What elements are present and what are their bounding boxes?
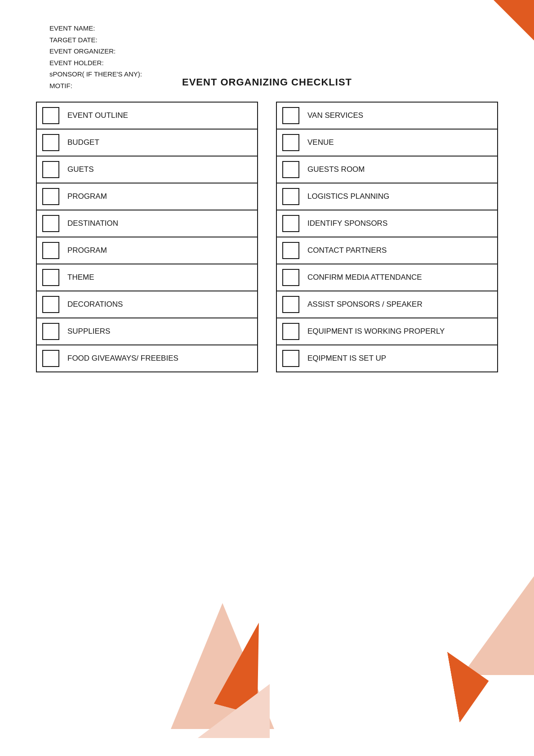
checkbox[interactable] bbox=[282, 134, 299, 151]
checkbox[interactable] bbox=[42, 215, 59, 232]
list-item: PROGRAM bbox=[37, 183, 257, 210]
checkbox[interactable] bbox=[42, 107, 59, 124]
item-label: VENUE bbox=[307, 138, 334, 148]
list-item: EQIPMENT IS SET UP bbox=[277, 344, 497, 372]
item-label: CONTACT PARTNERS bbox=[307, 246, 387, 255]
list-item: DECORATIONS bbox=[37, 291, 257, 318]
item-label: EQUIPMENT IS WORKING PROPERLY bbox=[307, 327, 445, 336]
checkbox[interactable] bbox=[42, 350, 59, 367]
list-item: ASSIST SPONSORS / SPEAKER bbox=[277, 291, 497, 318]
checkbox[interactable] bbox=[42, 242, 59, 259]
header-info-section: EVENT NAME:TARGET DATE:EVENT ORGANIZER:E… bbox=[49, 22, 142, 91]
header-field: EVENT ORGANIZER: bbox=[49, 45, 142, 57]
header-field: sPONSOR( IF THERE'S ANY): bbox=[49, 68, 142, 80]
checkbox[interactable] bbox=[282, 188, 299, 205]
header-field: MOTIF: bbox=[49, 80, 142, 92]
checkbox[interactable] bbox=[282, 296, 299, 313]
list-item: CONFIRM MEDIA ATTENDANCE bbox=[277, 264, 497, 291]
list-item: VAN SERVICES bbox=[277, 102, 497, 129]
item-label: LOGISTICS PLANNING bbox=[307, 192, 389, 201]
checkbox[interactable] bbox=[282, 242, 299, 259]
checkbox[interactable] bbox=[42, 188, 59, 205]
checkbox[interactable] bbox=[282, 215, 299, 232]
right-checklist-column: VAN SERVICESVENUEGUESTS ROOMLOGISTICS PL… bbox=[276, 102, 498, 372]
header-field: EVENT HOLDER: bbox=[49, 57, 142, 69]
item-label: EVENT OUTLINE bbox=[67, 111, 128, 121]
checkbox[interactable] bbox=[282, 269, 299, 286]
list-item: VENUE bbox=[277, 129, 497, 156]
header-field: TARGET DATE: bbox=[49, 34, 142, 46]
item-label: VAN SERVICES bbox=[307, 111, 363, 121]
item-label: PROGRAM bbox=[67, 192, 107, 201]
list-item: CONTACT PARTNERS bbox=[277, 237, 497, 264]
item-label: SUPPLIERS bbox=[67, 327, 110, 336]
checkbox[interactable] bbox=[282, 161, 299, 178]
checkbox[interactable] bbox=[42, 134, 59, 151]
item-label: DECORATIONS bbox=[67, 300, 123, 309]
list-item: EQUIPMENT IS WORKING PROPERLY bbox=[277, 318, 497, 344]
item-label: IDENTIFY SPONSORS bbox=[307, 219, 387, 228]
item-label: EQIPMENT IS SET UP bbox=[307, 353, 386, 363]
checkbox[interactable] bbox=[42, 269, 59, 286]
checkbox[interactable] bbox=[282, 107, 299, 124]
item-label: BUDGET bbox=[67, 138, 99, 148]
item-label: PROGRAM bbox=[67, 246, 107, 255]
list-item: GUESTS ROOM bbox=[277, 156, 497, 183]
list-item: PROGRAM bbox=[37, 237, 257, 264]
list-item: DESTINATION bbox=[37, 210, 257, 237]
list-item: BUDGET bbox=[37, 129, 257, 156]
corner-decoration-top-right bbox=[494, 0, 534, 40]
left-checklist-column: EVENT OUTLINEBUDGETGUETSPROGRAMDESTINATI… bbox=[36, 102, 258, 372]
list-item: LOGISTICS PLANNING bbox=[277, 183, 497, 210]
list-item: SUPPLIERS bbox=[37, 318, 257, 344]
checkbox[interactable] bbox=[42, 323, 59, 340]
list-item: FOOD GIVEAWAYS/ FREEBIES bbox=[37, 344, 257, 372]
item-label: GUESTS ROOM bbox=[307, 165, 365, 174]
checkbox[interactable] bbox=[42, 296, 59, 313]
checkbox[interactable] bbox=[282, 323, 299, 340]
list-item: IDENTIFY SPONSORS bbox=[277, 210, 497, 237]
item-label: THEME bbox=[67, 273, 94, 282]
header-field: EVENT NAME: bbox=[49, 22, 142, 34]
item-label: DESTINATION bbox=[67, 219, 118, 228]
item-label: ASSIST SPONSORS / SPEAKER bbox=[307, 300, 423, 309]
list-item: THEME bbox=[37, 264, 257, 291]
checkbox[interactable] bbox=[42, 161, 59, 178]
checklist-wrapper: EVENT OUTLINEBUDGETGUETSPROGRAMDESTINATI… bbox=[36, 102, 498, 372]
list-item: GUETS bbox=[37, 156, 257, 183]
list-item: EVENT OUTLINE bbox=[37, 102, 257, 129]
item-label: CONFIRM MEDIA ATTENDANCE bbox=[307, 273, 422, 282]
item-label: GUETS bbox=[67, 165, 94, 174]
decoration-triangle-bottom-right-light bbox=[462, 576, 534, 675]
checkbox[interactable] bbox=[282, 350, 299, 367]
item-label: FOOD GIVEAWAYS/ FREEBIES bbox=[67, 353, 178, 363]
